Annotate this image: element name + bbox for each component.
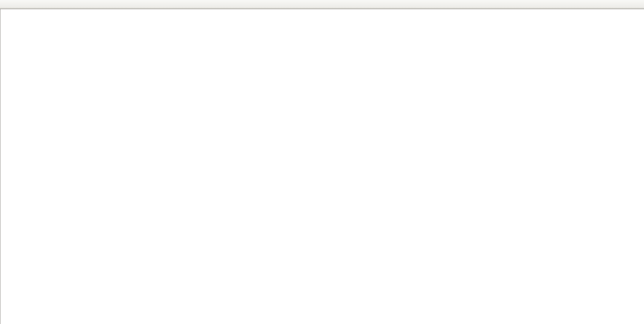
mt4-window [0, 0, 644, 324]
main-toolbar [0, 0, 644, 8]
chart-canvas[interactable] [0, 9, 644, 324]
chart-window [0, 9, 644, 324]
